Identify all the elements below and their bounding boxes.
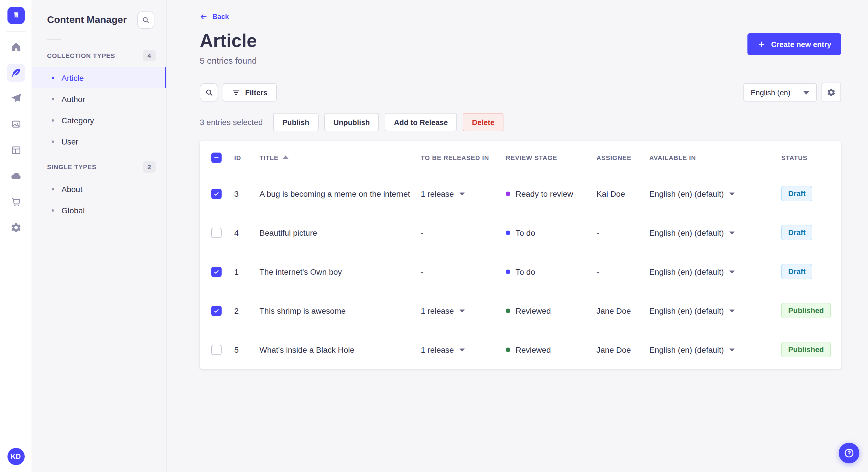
cell-release[interactable]: 1 release xyxy=(421,306,506,315)
cell-review-stage: Ready to review xyxy=(506,189,596,198)
sidebar-item-user[interactable]: User xyxy=(32,131,166,152)
entries-table: ID TITLE TO BE RELEASED IN REVIEW STAGE … xyxy=(200,141,841,369)
table-row[interactable]: 4 Beautiful picture - To do - English (e… xyxy=(200,213,841,252)
column-header-assignee[interactable]: ASSIGNEE xyxy=(596,154,649,161)
status-badge: Published xyxy=(781,303,831,318)
cell-review-stage: Reviewed xyxy=(506,306,596,315)
feather-icon[interactable] xyxy=(7,64,25,82)
cell-available-in[interactable]: English (en) (default) xyxy=(649,345,781,354)
cell-available-in[interactable]: English (en) (default) xyxy=(649,189,781,198)
main-nav-rail: KD xyxy=(0,0,32,472)
cell-available-in[interactable]: English (en) (default) xyxy=(649,306,781,315)
column-header-review-stage[interactable]: REVIEW STAGE xyxy=(506,154,596,161)
cell-review-stage: To do xyxy=(506,228,596,237)
cell-available-in[interactable]: English (en) (default) xyxy=(649,228,781,237)
chevron-down-icon xyxy=(729,270,735,273)
publish-button[interactable]: Publish xyxy=(273,113,318,131)
home-icon[interactable] xyxy=(7,38,25,56)
stage-dot xyxy=(506,191,510,196)
selection-summary: 3 entries selected xyxy=(200,117,262,127)
search-icon[interactable] xyxy=(137,11,154,29)
page-title: Article xyxy=(200,31,257,51)
chevron-down-icon xyxy=(729,348,735,351)
filter-icon xyxy=(232,88,241,97)
bullet-icon xyxy=(52,76,54,79)
locale-select[interactable]: English (en) xyxy=(743,83,817,102)
collection-types-count-badge: 4 xyxy=(143,50,156,61)
table-row[interactable]: 3 A bug is becoming a meme on the intern… xyxy=(200,174,841,213)
media-images-icon[interactable] xyxy=(7,115,25,134)
sidebar-item-author[interactable]: Author xyxy=(32,88,166,109)
cell-release[interactable]: - xyxy=(421,267,506,276)
paper-plane-icon[interactable] xyxy=(7,90,25,108)
cell-release[interactable]: - xyxy=(421,228,506,237)
cart-icon[interactable] xyxy=(7,193,25,211)
cell-review-stage: Reviewed xyxy=(506,345,596,354)
chevron-down-icon release-caret xyxy=(459,192,465,195)
cell-title: The internet's Own boy xyxy=(259,267,421,276)
column-header-status[interactable]: STATUS xyxy=(781,154,834,161)
delete-button[interactable]: Delete xyxy=(463,113,503,131)
column-header-available-in[interactable]: AVAILABLE IN xyxy=(649,154,781,161)
add-to-release-button[interactable]: Add to Release xyxy=(384,113,457,131)
cell-title: What's inside a Black Hole xyxy=(259,345,421,354)
stage-dot xyxy=(506,230,510,235)
sidebar-item-about[interactable]: About xyxy=(32,178,166,200)
cell-release[interactable]: 1 release xyxy=(421,345,506,354)
row-checkbox[interactable] xyxy=(211,344,222,355)
row-checkbox[interactable] xyxy=(211,227,222,238)
chevron-down-icon xyxy=(729,309,735,312)
search-icon[interactable] xyxy=(200,83,218,102)
row-checkbox[interactable] xyxy=(211,189,222,199)
filters-button[interactable]: Filters xyxy=(223,83,277,102)
sidebar-item-label: About xyxy=(61,184,82,194)
user-avatar[interactable]: KD xyxy=(7,448,24,465)
sidebar-item-global[interactable]: Global xyxy=(32,200,166,221)
back-link[interactable]: Back xyxy=(200,12,229,21)
sidebar-item-article[interactable]: Article xyxy=(32,67,166,88)
cell-assignee: - xyxy=(596,228,649,237)
cell-review-stage: To do xyxy=(506,267,596,276)
unpublish-button[interactable]: Unpublish xyxy=(324,113,379,131)
cell-title: Beautiful picture xyxy=(259,228,421,237)
gear-icon[interactable] xyxy=(7,218,25,237)
table-row[interactable]: 1 The internet's Own boy - To do - Engli… xyxy=(200,252,841,291)
cloud-icon[interactable] xyxy=(7,167,25,185)
rail-divider xyxy=(6,31,26,32)
row-checkbox[interactable] xyxy=(211,305,222,316)
cell-assignee: Kai Doe xyxy=(596,189,649,198)
bullet-icon xyxy=(52,119,54,121)
layout-icon[interactable] xyxy=(7,141,25,160)
select-all-checkbox[interactable] xyxy=(211,152,222,163)
sidebar-item-label: Article xyxy=(61,73,84,82)
arrow-left-icon xyxy=(200,12,208,21)
view-settings-gear-icon[interactable] xyxy=(822,82,841,102)
strapi-logo[interactable] xyxy=(7,7,24,24)
bullet-icon xyxy=(52,140,54,142)
stage-dot xyxy=(506,269,510,274)
create-new-entry-button[interactable]: Create new entry xyxy=(747,33,841,55)
column-header-title[interactable]: TITLE xyxy=(259,154,421,161)
bullet-icon xyxy=(52,98,54,100)
sidebar-item-label: Global xyxy=(61,206,85,215)
cell-assignee: Jane Doe xyxy=(596,306,649,315)
row-checkbox[interactable] xyxy=(211,266,222,277)
cell-available-in[interactable]: English (en) (default) xyxy=(649,267,781,276)
cell-assignee: Jane Doe xyxy=(596,345,649,354)
table-row[interactable]: 2 This shrimp is awesome 1 release Revie… xyxy=(200,291,841,330)
help-button[interactable] xyxy=(839,443,859,463)
table-row[interactable]: 5 What's inside a Black Hole 1 release R… xyxy=(200,330,841,369)
status-badge: Draft xyxy=(781,264,813,279)
column-header-id[interactable]: ID xyxy=(234,154,259,161)
content-manager-subnav: Content Manager COLLECTION TYPES 4 Artic… xyxy=(32,0,166,472)
sidebar-item-category[interactable]: Category xyxy=(32,109,166,131)
bullet-icon xyxy=(52,188,54,190)
cell-id: 1 xyxy=(234,267,259,276)
plus-icon xyxy=(757,40,766,48)
column-header-release[interactable]: TO BE RELEASED IN xyxy=(421,154,506,161)
main-content: Back Article 5 entries found Create new … xyxy=(166,0,868,472)
section-label-collection-types: COLLECTION TYPES xyxy=(47,52,115,59)
cell-release[interactable]: 1 release xyxy=(421,189,506,198)
cell-title: A bug is becoming a meme on the internet xyxy=(259,189,421,198)
cell-id: 4 xyxy=(234,228,259,237)
